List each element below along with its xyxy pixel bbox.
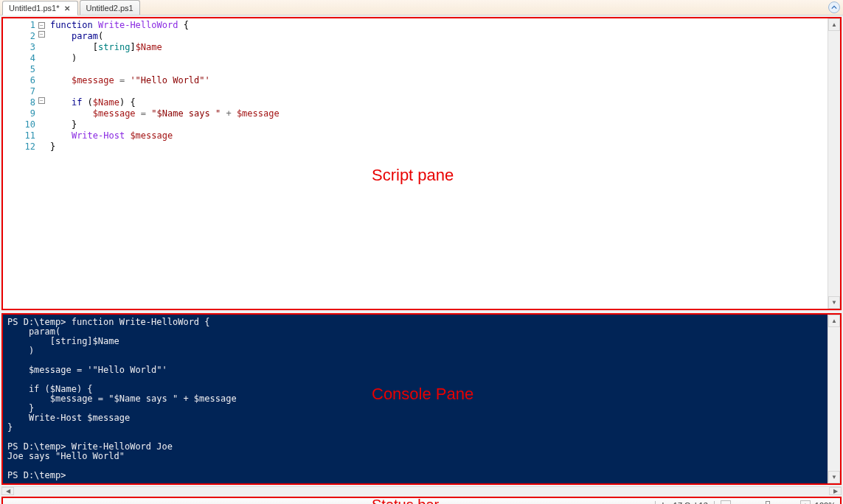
line-number: 12 [3, 141, 38, 153]
line-number: 9 [3, 108, 38, 119]
zoom-percentage: 100% [815, 501, 836, 504]
script-pane: 1 2 3 4 5 6 7 8 9 10 11 12 − − − functio… [1, 17, 842, 310]
status-bar: Status bar Ln 17 Col 13 − + 100% [1, 497, 842, 504]
scroll-left-icon[interactable]: ◀ [1, 487, 14, 495]
line-number: 6 [3, 75, 38, 86]
zoom-slider[interactable]: − + [721, 500, 811, 504]
tab-untitled2[interactable]: Untitled2.ps1 [80, 0, 140, 15]
line-number: 8 [3, 97, 38, 108]
scroll-right-icon[interactable]: ▶ [829, 487, 842, 495]
line-number: 2 [3, 31, 38, 42]
console-pane: PS D:\temp> function Write-HelloWord { p… [1, 313, 842, 485]
fold-toggle[interactable]: − [38, 22, 45, 29]
zoom-in-button[interactable]: + [800, 500, 811, 504]
script-vertical-scrollbar[interactable]: ▲ ▼ [828, 18, 840, 309]
line-number: 11 [3, 130, 38, 141]
scroll-up-icon[interactable]: ▲ [828, 315, 840, 327]
tab-untitled1[interactable]: Untitled1.ps1* ✕ [2, 1, 78, 15]
line-number: 10 [3, 119, 38, 130]
fold-column: − − − [38, 18, 47, 309]
scroll-track[interactable] [14, 487, 829, 495]
scroll-up-icon[interactable]: ▲ [828, 18, 840, 31]
line-number: 7 [3, 86, 38, 97]
script-editor[interactable]: function Write-HelloWord { param( [strin… [47, 18, 828, 309]
console-horizontal-scrollbar[interactable]: ◀ ▶ [1, 486, 842, 495]
tab-label: Untitled1.ps1* [9, 4, 60, 13]
line-number: 1 [3, 20, 38, 31]
line-number: 5 [3, 64, 38, 75]
cursor-position: Ln 17 Col 13 [655, 501, 714, 504]
zoom-out-button[interactable]: − [721, 500, 731, 504]
zoom-thumb[interactable] [766, 501, 770, 504]
tab-label: Untitled2.ps1 [86, 4, 133, 13]
scroll-down-icon[interactable]: ▼ [828, 296, 840, 309]
tab-strip: Untitled1.ps1* ✕ Untitled2.ps1 [0, 0, 843, 15]
status-bar-annotation: Status bar [372, 497, 439, 504]
line-number: 3 [3, 42, 38, 53]
scroll-down-icon[interactable]: ▼ [828, 471, 840, 483]
fold-toggle[interactable]: − [38, 31, 45, 38]
close-icon[interactable]: ✕ [63, 4, 72, 13]
console-output[interactable]: PS D:\temp> function Write-HelloWord { p… [3, 315, 828, 483]
fold-toggle[interactable]: − [38, 97, 45, 104]
line-number-gutter: 1 2 3 4 5 6 7 8 9 10 11 12 [3, 18, 38, 309]
expand-collapse-toggle[interactable] [828, 1, 840, 13]
line-number: 4 [3, 53, 38, 64]
console-vertical-scrollbar[interactable]: ▲ ▼ [828, 315, 840, 483]
